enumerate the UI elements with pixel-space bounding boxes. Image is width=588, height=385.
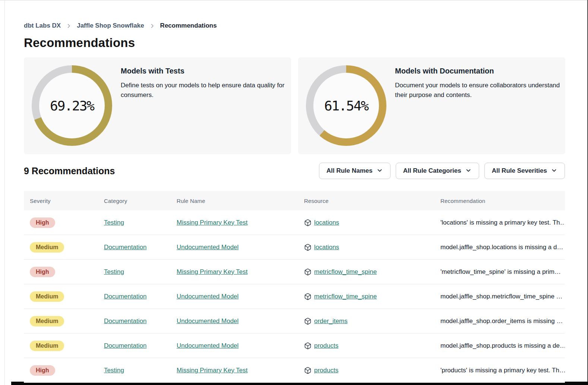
table-row: High Testing Missing Primary Key Test pr… xyxy=(24,358,565,383)
category-link[interactable]: Testing xyxy=(104,367,124,374)
recommendations-count-heading: 9 Recommendations xyxy=(24,166,115,176)
rule-names-filter-dropdown[interactable]: All Rule Names xyxy=(319,163,391,179)
chevron-right-icon xyxy=(149,23,155,29)
model-cube-icon xyxy=(304,317,312,325)
rule-name-link[interactable]: Undocumented Model xyxy=(177,293,238,300)
chevron-right-icon xyxy=(66,23,72,29)
column-header-category: Category xyxy=(98,198,171,204)
documentation-percentage: 61.54% xyxy=(324,98,368,113)
model-cube-icon xyxy=(304,293,312,300)
rule-categories-filter-dropdown[interactable]: All Rule Categories xyxy=(396,163,479,179)
documentation-donut-chart: 61.54% xyxy=(306,65,386,146)
chevron-down-icon xyxy=(551,166,557,176)
category-link[interactable]: Documentation xyxy=(104,342,146,349)
recommendations-table: Severity Category Rule Name Resource Rec… xyxy=(24,191,565,383)
model-cube-icon xyxy=(304,342,312,350)
filter-bar: All Rule Names All Rule Categories All R… xyxy=(319,163,565,179)
breadcrumb-item-dbt-labs-dx[interactable]: dbt Labs DX xyxy=(24,22,61,29)
recommendation-text: 'products' is missing a primary key test… xyxy=(440,367,565,374)
page-title: Recommendations xyxy=(24,36,135,50)
window-top-edge xyxy=(0,0,588,0)
category-link[interactable]: Documentation xyxy=(104,293,146,300)
breadcrumb: dbt Labs DX Jaffle Shop Snowflake Recomm… xyxy=(24,22,217,29)
resource-link[interactable]: products xyxy=(314,367,338,374)
recommendation-text: model.jaffle_shop.locations is missing a… xyxy=(440,244,563,251)
chevron-down-icon xyxy=(376,166,383,176)
severity-badge: Medium xyxy=(30,316,64,326)
model-cube-icon xyxy=(304,219,312,226)
card-description: Document your models to ensure collabora… xyxy=(395,81,570,100)
models-with-tests-card: 69.23% Models with Tests Define tests on… xyxy=(24,57,291,154)
metric-cards: 69.23% Models with Tests Define tests on… xyxy=(24,57,565,154)
severity-badge: Medium xyxy=(30,242,64,253)
resource-link[interactable]: locations xyxy=(314,244,339,251)
breadcrumb-item-recommendations: Recommendations xyxy=(160,22,217,29)
category-link[interactable]: Documentation xyxy=(104,244,146,251)
severity-badge: High xyxy=(30,365,55,376)
table-header-row: Severity Category Rule Name Resource Rec… xyxy=(24,191,565,210)
card-title: Models with Documentation xyxy=(395,67,570,75)
recommendation-text: 'metricflow_time_spine' is missing a pri… xyxy=(440,268,561,275)
rule-name-link[interactable]: Missing Primary Key Test xyxy=(177,268,248,275)
column-header-severity: Severity xyxy=(24,198,98,204)
severity-badge: Medium xyxy=(30,341,64,351)
recommendation-text: model.jaffle_shop.products is missing a … xyxy=(440,342,565,349)
category-link[interactable]: Testing xyxy=(104,219,124,226)
model-cube-icon xyxy=(304,367,312,374)
resource-link[interactable]: metricflow_time_spine xyxy=(314,268,377,276)
category-link[interactable]: Testing xyxy=(104,268,124,275)
card-description: Define tests on your models to help ensu… xyxy=(121,81,296,100)
window-left-edge xyxy=(4,0,5,385)
table-row: Medium Documentation Undocumented Model … xyxy=(24,334,565,358)
rule-name-link[interactable]: Missing Primary Key Test xyxy=(177,219,248,226)
category-link[interactable]: Documentation xyxy=(104,317,146,325)
rule-name-link[interactable]: Missing Primary Key Test xyxy=(177,367,248,374)
rule-name-link[interactable]: Undocumented Model xyxy=(177,317,238,325)
column-header-resource: Resource xyxy=(298,198,434,204)
rule-name-link[interactable]: Undocumented Model xyxy=(177,342,238,349)
resource-link[interactable]: locations xyxy=(314,219,339,226)
breadcrumb-item-jaffle-shop-snowflake[interactable]: Jaffle Shop Snowflake xyxy=(77,22,144,29)
recommendation-text: model.jaffle_shop.order_items is missing… xyxy=(440,317,563,325)
rule-name-link[interactable]: Undocumented Model xyxy=(177,244,238,251)
chevron-down-icon xyxy=(465,166,472,176)
table-row: Medium Documentation Undocumented Model … xyxy=(24,235,565,260)
tests-percentage: 69.23% xyxy=(50,98,94,113)
recommendation-text: 'locations' is missing a primary key tes… xyxy=(440,219,565,226)
table-row: Medium Documentation Undocumented Model … xyxy=(24,309,565,334)
column-header-recommendation: Recommendation xyxy=(434,198,565,204)
model-cube-icon xyxy=(304,244,312,251)
rule-severities-filter-dropdown[interactable]: All Rule Severities xyxy=(484,163,565,179)
resource-link[interactable]: products xyxy=(314,342,338,350)
table-row: High Testing Missing Primary Key Test lo… xyxy=(24,210,565,235)
severity-badge: High xyxy=(30,217,55,228)
dbt-explorer-recommendations-page: dbt Labs DX Jaffle Shop Snowflake Recomm… xyxy=(0,0,588,385)
severity-badge: High xyxy=(30,267,55,277)
resource-link[interactable]: metricflow_time_spine xyxy=(314,293,377,300)
column-header-rule-name: Rule Name xyxy=(171,198,298,204)
model-cube-icon xyxy=(304,268,312,276)
severity-badge: Medium xyxy=(30,291,64,302)
table-row: High Testing Missing Primary Key Test me… xyxy=(24,260,565,284)
card-title: Models with Tests xyxy=(121,67,296,75)
recommendation-text: model.jaffle_shop.metricflow_time_spine … xyxy=(440,293,563,300)
table-row: Medium Documentation Undocumented Model … xyxy=(24,284,565,309)
models-with-documentation-card: 61.54% Models with Documentation Documen… xyxy=(298,57,565,154)
tests-donut-chart: 69.23% xyxy=(32,65,112,146)
resource-link[interactable]: order_items xyxy=(314,317,348,325)
